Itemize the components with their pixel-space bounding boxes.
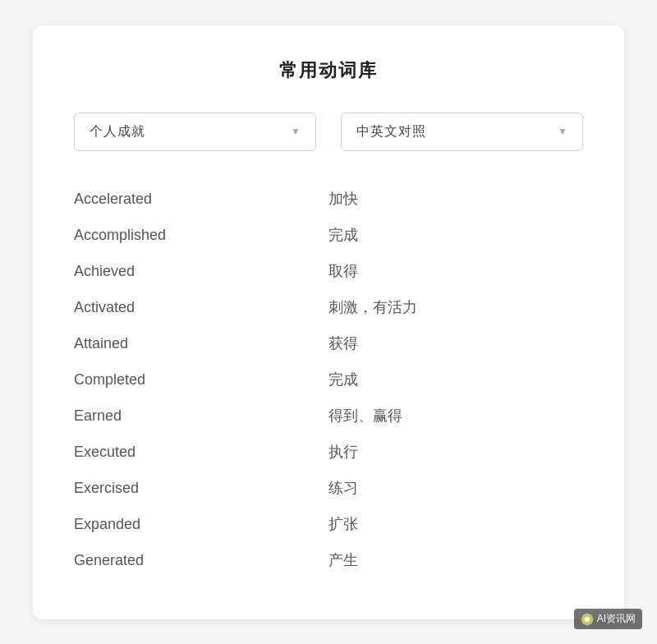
- vocab-english: Exercised: [74, 480, 328, 497]
- vocab-chinese: 加快: [328, 189, 583, 209]
- svg-point-7: [589, 621, 591, 623]
- table-row: Activated刺激，有活力: [74, 289, 583, 325]
- watermark-icon: [581, 613, 594, 626]
- watermark: AI资讯网: [574, 609, 642, 629]
- table-row: Executed执行: [74, 434, 583, 470]
- table-row: Completed完成: [74, 361, 583, 398]
- svg-point-2: [586, 613, 588, 615]
- svg-point-9: [582, 621, 585, 623]
- dropdowns-row: 个人成就 ▼ 中英文对照 ▼: [74, 113, 583, 151]
- svg-point-8: [589, 614, 591, 617]
- table-row: Achieved取得: [74, 253, 583, 289]
- svg-point-3: [586, 623, 588, 625]
- table-row: Earned得到、赢得: [74, 398, 583, 434]
- vocab-english: Attained: [74, 335, 328, 352]
- svg-point-4: [581, 618, 583, 620]
- page-title: 常用动词库: [74, 58, 583, 83]
- vocab-english: Accelerated: [74, 191, 328, 208]
- vocab-english: Completed: [74, 371, 328, 389]
- vocab-english: Earned: [74, 407, 328, 425]
- table-row: Generated产生: [74, 542, 583, 578]
- language-dropdown-label: 中英文对照: [356, 123, 426, 140]
- vocab-chinese: 完成: [328, 225, 583, 245]
- vocab-english: Achieved: [74, 263, 328, 280]
- vocab-chinese: 刺激，有活力: [328, 297, 583, 317]
- svg-point-6: [582, 614, 585, 617]
- table-row: Accelerated加快: [74, 181, 583, 217]
- vocab-chinese: 扩张: [328, 514, 583, 534]
- vocab-chinese: 练习: [328, 478, 583, 498]
- vocab-chinese: 取得: [328, 261, 583, 281]
- svg-point-1: [585, 617, 590, 622]
- vocab-english: Expanded: [74, 516, 328, 533]
- vocab-chinese: 产生: [328, 550, 583, 570]
- watermark-text: AI资讯网: [597, 612, 636, 626]
- category-dropdown-label: 个人成就: [90, 123, 145, 140]
- table-row: Expanded扩张: [74, 506, 583, 542]
- vocab-english: Activated: [74, 299, 328, 316]
- svg-point-5: [590, 618, 593, 620]
- category-dropdown-arrow: ▼: [291, 126, 301, 137]
- category-dropdown[interactable]: 个人成就 ▼: [74, 113, 316, 151]
- vocab-english: Accomplished: [74, 227, 328, 244]
- vocab-chinese: 完成: [328, 370, 583, 389]
- table-row: Attained获得: [74, 325, 583, 361]
- main-card: 常用动词库 个人成就 ▼ 中英文对照 ▼ Accelerated加快Accomp…: [33, 25, 624, 619]
- vocab-table: Accelerated加快Accomplished完成Achieved取得Act…: [74, 181, 583, 578]
- language-dropdown-arrow: ▼: [558, 126, 567, 137]
- language-dropdown[interactable]: 中英文对照 ▼: [341, 113, 583, 151]
- vocab-english: Executed: [74, 444, 328, 461]
- vocab-chinese: 执行: [328, 442, 583, 462]
- vocab-chinese: 得到、赢得: [328, 406, 583, 426]
- vocab-english: Generated: [74, 552, 328, 569]
- vocab-chinese: 获得: [328, 334, 583, 353]
- table-row: Accomplished完成: [74, 217, 583, 253]
- table-row: Exercised练习: [74, 470, 583, 506]
